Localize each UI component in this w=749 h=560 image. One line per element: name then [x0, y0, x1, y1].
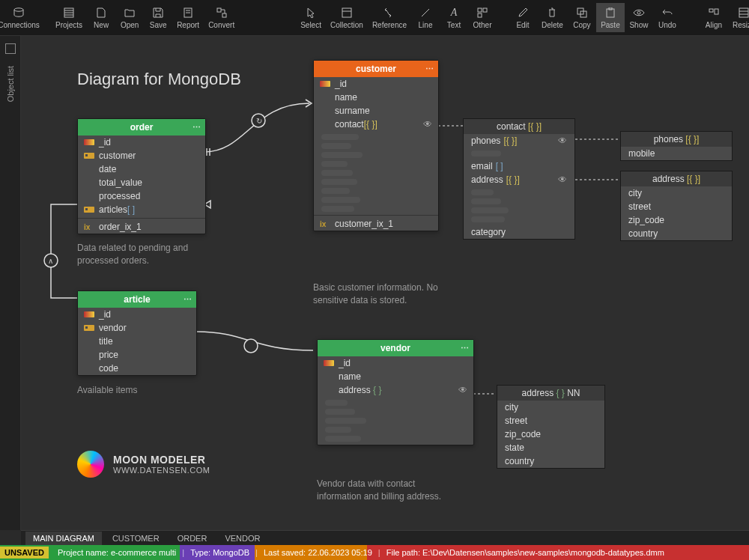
trash-icon: [548, 6, 557, 19]
text-icon: A: [451, 6, 458, 19]
eye-icon[interactable]: 👁: [458, 385, 467, 395]
key-icon: [84, 311, 94, 317]
other-button[interactable]: Other: [468, 3, 497, 32]
undo-button[interactable]: Undo: [653, 3, 682, 32]
entity-customer-caption: Basic customer information. No sensitive…: [313, 281, 440, 307]
status-bar: UNSAVED Project name: e-commerce multi |…: [0, 545, 749, 560]
entity-menu-icon[interactable]: ⋯: [425, 64, 434, 74]
entity-vendor-caption: Vendor data with contact information and…: [317, 478, 459, 503]
resize-icon: [739, 6, 749, 19]
convert-button[interactable]: Convert: [204, 3, 239, 32]
entity-menu-icon[interactable]: ⋯: [184, 295, 192, 305]
svg-rect-10: [342, 8, 351, 17]
status-path: File path: E:\Dev\Datensen\samples\new-s…: [380, 548, 670, 557]
ref-icon: [84, 207, 94, 213]
entity-vendor-header[interactable]: vendor⋯: [318, 340, 473, 356]
other-icon: [477, 6, 488, 19]
edit-button[interactable]: Edit: [509, 3, 537, 32]
svg-point-20: [637, 11, 640, 14]
subbox-phones[interactable]: phones [{ }] mobile: [620, 131, 733, 161]
svg-rect-9: [222, 13, 226, 17]
pencil-icon: [518, 6, 528, 19]
diagram-title: Diagram for MongoDB: [77, 70, 241, 89]
align-button[interactable]: Align: [700, 3, 728, 32]
entity-vendor[interactable]: vendor⋯ _id name address { }👁: [317, 339, 474, 445]
status-saved: Last saved: 22.06.2023 05:19: [258, 548, 378, 557]
tab-customer[interactable]: CUSTOMER: [105, 532, 167, 545]
save-button[interactable]: Save: [144, 3, 172, 32]
collection-button[interactable]: Collection: [326, 3, 368, 32]
eye-icon: [633, 6, 645, 19]
open-button[interactable]: Open: [115, 3, 144, 32]
tab-main-diagram[interactable]: MAIN DIAGRAM: [25, 532, 102, 545]
projects-button[interactable]: Projects: [51, 3, 87, 32]
align-icon: [709, 6, 719, 19]
entity-article-caption: Available items: [77, 384, 137, 397]
toolbar: Connections Projects New Open Save Repor…: [0, 0, 749, 36]
collection-icon: [342, 6, 352, 19]
svg-text:∧: ∧: [48, 257, 53, 265]
eye-icon[interactable]: 👁: [558, 174, 567, 185]
svg-rect-14: [483, 8, 487, 12]
eye-icon[interactable]: 👁: [423, 119, 432, 130]
database-icon: [13, 6, 25, 19]
connections-button[interactable]: Connections: [4, 3, 33, 32]
reference-button[interactable]: Reference: [368, 3, 411, 32]
paste-icon: [606, 6, 615, 19]
subbox-contact[interactable]: contact [{ }] phones[{ }]👁 email[ ] addr…: [463, 118, 575, 240]
diagram-canvas[interactable]: Diagram for MongoDB ↻ ∧ order⋯ _id custo…: [21, 36, 749, 530]
line-icon: [420, 6, 431, 19]
entity-article[interactable]: article⋯ _id vendor title price code: [77, 290, 197, 376]
new-button[interactable]: New: [87, 3, 115, 32]
line-button[interactable]: Line: [411, 3, 440, 32]
folder-icon: [124, 6, 135, 19]
logo-site: WWW.DATENSEN.COM: [113, 466, 210, 475]
left-sidebar: Object list: [0, 36, 21, 530]
index-icon: ix: [84, 223, 94, 231]
object-list-tab[interactable]: Object list: [3, 60, 18, 108]
entity-menu-icon[interactable]: ⋯: [192, 123, 201, 133]
resize-button[interactable]: Resize: [728, 3, 749, 32]
status-project: Project name: e-commerce multi: [52, 548, 182, 557]
text-button[interactable]: AText: [440, 3, 468, 32]
entity-customer-header[interactable]: customer⋯: [314, 61, 438, 77]
projects-icon: [64, 6, 74, 19]
svg-rect-18: [607, 9, 614, 17]
select-button[interactable]: Select: [296, 3, 326, 32]
report-icon: [184, 6, 192, 19]
convert-icon: [216, 6, 227, 19]
entity-article-header[interactable]: article⋯: [78, 291, 196, 308]
svg-text:↻: ↻: [256, 117, 262, 125]
svg-point-26: [252, 114, 265, 127]
svg-point-28: [44, 254, 58, 267]
entity-order-header[interactable]: order⋯: [78, 119, 205, 136]
key-icon: [84, 139, 94, 145]
tab-order[interactable]: ORDER: [170, 532, 215, 545]
logo: MOON MODELER WWW.DATENSEN.COM: [77, 451, 210, 478]
status-unsaved: UNSAVED: [0, 547, 49, 559]
svg-rect-13: [478, 8, 482, 12]
subbox-vendor-address[interactable]: address { } NN city street zip_code stat…: [497, 385, 605, 469]
entity-menu-icon[interactable]: ⋯: [461, 344, 469, 353]
svg-rect-22: [715, 9, 718, 14]
cursor-icon: [306, 6, 315, 19]
subbox-address[interactable]: address [{ }] city street zip_code count…: [620, 171, 733, 241]
entity-customer[interactable]: customer⋯ _id name surname contact[{ }]👁…: [313, 60, 439, 231]
logo-icon: [77, 451, 104, 478]
report-button[interactable]: Report: [172, 3, 204, 32]
eye-icon[interactable]: 👁: [558, 136, 567, 146]
entity-order-caption: Data related to pending and processed or…: [77, 242, 204, 267]
svg-rect-8: [217, 8, 221, 12]
paste-button[interactable]: Paste: [596, 3, 625, 32]
delete-button[interactable]: Delete: [537, 3, 568, 32]
entity-order[interactable]: order⋯ _id customer date total_value pro…: [77, 118, 206, 234]
copy-icon: [577, 6, 587, 19]
status-type: Type: MongoDB: [184, 548, 255, 557]
sidebar-icon[interactable]: [5, 43, 16, 54]
ref-icon: [84, 153, 94, 159]
tab-vendor[interactable]: VENDOR: [217, 532, 267, 545]
copy-button[interactable]: Copy: [568, 3, 596, 32]
show-button[interactable]: Show: [625, 3, 653, 32]
svg-point-30: [244, 339, 258, 353]
index-icon: ix: [320, 220, 330, 228]
